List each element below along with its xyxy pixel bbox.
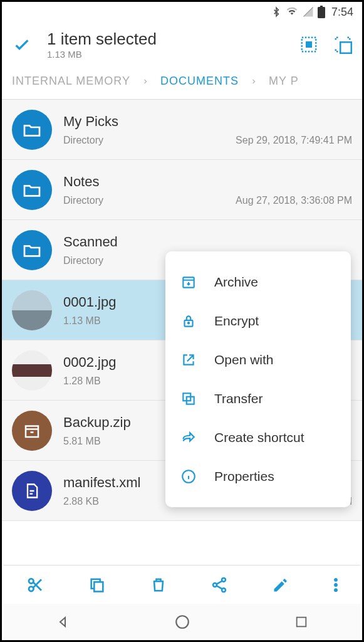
chevron-right-icon [142,78,149,85]
status-bar: 7:54 [2,2,362,22]
file-name: Scanned [63,234,352,250]
svg-rect-22 [297,618,306,627]
file-name: Notes [63,174,352,190]
document-file-icon [12,471,52,511]
select-all-icon[interactable] [299,35,318,54]
back-icon[interactable] [56,614,71,629]
archive-icon [180,274,197,290]
svg-rect-14 [94,582,103,591]
file-size: 1.13 MB [63,315,101,327]
file-type: Directory [63,135,103,146]
selection-size: 1.13 MB [47,49,299,60]
clock-time: 7:54 [331,6,353,19]
archive-file-icon [12,411,52,451]
menu-encrypt[interactable]: Encrypt [165,302,351,340]
bluetooth-icon [271,6,281,18]
list-item[interactable]: Notes DirectoryAug 27, 2018, 3:36:08 PM [2,160,362,220]
svg-point-17 [222,588,226,592]
shortcut-arrow-icon [180,429,197,446]
breadcrumb-documents[interactable]: DOCUMENTS [160,75,239,88]
bottom-toolbar [4,565,360,604]
selection-header: 1 item selected 1.13 MB [2,22,362,71]
info-icon [180,468,197,485]
selection-info: 1 item selected 1.13 MB [47,29,299,60]
chevron-right-icon [250,78,257,85]
menu-label: Transfer [214,391,263,406]
file-date: Aug 27, 2018, 3:36:08 PM [236,195,352,206]
more-icon[interactable] [333,576,338,594]
image-thumbnail-icon [12,350,52,391]
menu-transfer[interactable]: Transfer [165,379,351,418]
menu-archive[interactable]: Archive [165,263,351,302]
context-menu: Archive Encrypt Open with Transfer Creat… [165,251,351,507]
svg-point-8 [188,322,189,324]
svg-rect-0 [318,7,325,18]
menu-properties[interactable]: Properties [165,457,351,496]
svg-rect-4 [340,42,351,53]
menu-label: Create shortcut [214,430,304,445]
svg-point-19 [334,583,338,587]
delete-icon[interactable] [150,576,167,594]
folder-icon [12,230,52,270]
select-none-icon[interactable] [333,35,352,54]
battery-icon [318,6,325,18]
list-item[interactable]: My Picks DirectorySep 29, 2018, 7:49:41 … [2,100,362,160]
file-size: 5.81 MB [63,436,101,447]
recents-icon[interactable] [294,615,308,629]
copy-icon[interactable] [88,576,106,594]
transfer-icon [180,391,197,407]
share-icon[interactable] [211,576,228,594]
svg-point-20 [334,588,338,592]
home-icon[interactable] [174,614,190,630]
file-type: Directory [63,195,103,206]
svg-point-21 [177,616,189,628]
menu-label: Open with [214,352,274,367]
folder-icon [12,170,52,210]
folder-icon [12,110,52,150]
breadcrumb: INTERNAL MEMORY DOCUMENTS MY P [2,71,362,99]
menu-create-shortcut[interactable]: Create shortcut [165,418,351,457]
navigation-bar [4,604,360,640]
file-type: Directory [63,255,103,266]
signal-icon [303,6,314,18]
breadcrumb-internal[interactable]: INTERNAL MEMORY [12,75,130,88]
file-date: Sep 29, 2018, 7:49:41 PM [236,135,352,146]
file-size: 1.28 MB [63,376,101,387]
svg-rect-3 [306,41,312,48]
breadcrumb-mypicks[interactable]: MY P [269,75,299,88]
cut-icon[interactable] [26,576,44,594]
menu-open-with[interactable]: Open with [165,340,351,379]
menu-label: Properties [214,469,274,484]
wifi-icon [285,6,299,18]
open-external-icon [180,352,197,368]
selection-title: 1 item selected [47,29,299,49]
lock-icon [180,313,197,329]
menu-label: Encrypt [214,313,259,329]
file-name: My Picks [63,113,352,130]
menu-label: Archive [214,275,258,290]
svg-point-15 [222,577,226,581]
image-thumbnail-icon [12,290,52,330]
svg-point-18 [334,577,338,581]
file-size: 2.88 KB [63,496,99,507]
svg-rect-1 [320,6,323,8]
done-icon[interactable] [12,34,32,55]
edit-icon[interactable] [272,576,289,594]
